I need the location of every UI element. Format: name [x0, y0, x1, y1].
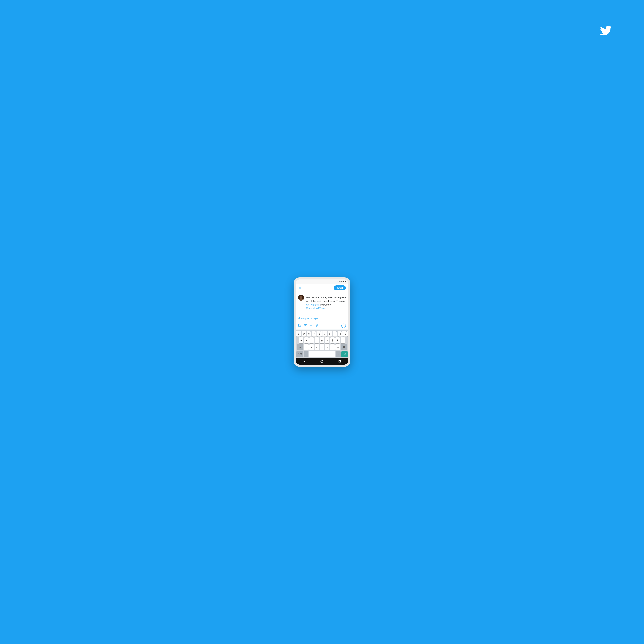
backspace-key[interactable]: [341, 344, 347, 350]
svg-rect-3: [342, 281, 343, 282]
key-h[interactable]: h: [325, 337, 329, 343]
space-key[interactable]: [309, 351, 335, 357]
key-q[interactable]: 1q: [296, 331, 301, 337]
home-button[interactable]: [321, 360, 323, 363]
svg-point-19: [316, 325, 317, 326]
globe-icon: [298, 317, 300, 319]
status-bar: [296, 279, 348, 284]
close-button[interactable]: ✕: [298, 285, 302, 290]
key-f[interactable]: f: [315, 337, 319, 343]
tweet-mention-1: @h_wang84: [306, 303, 319, 306]
period-key[interactable]: .: [336, 351, 341, 357]
status-icons: [338, 281, 346, 282]
key-x[interactable]: x: [309, 344, 314, 350]
tweet-text-middle: and Cheryl: [319, 303, 331, 306]
key-m[interactable]: m: [335, 344, 340, 350]
battery-icon: [343, 281, 346, 282]
svg-text:GIF: GIF: [305, 325, 306, 326]
avatar: [298, 295, 304, 301]
poll-icon[interactable]: [309, 324, 313, 328]
key-t[interactable]: 5t: [317, 331, 322, 337]
twitter-logo-icon: [600, 26, 612, 35]
signal-icon: [340, 281, 343, 282]
image-icon[interactable]: [298, 324, 301, 328]
keyboard-bottom-row: ?123 , .: [296, 351, 348, 357]
svg-point-13: [299, 325, 299, 325]
key-b[interactable]: b: [325, 344, 329, 350]
tweet-mention-2: @cupcakesRDbest: [306, 307, 326, 310]
compose-toolbar: GIF: [296, 322, 348, 330]
recents-button[interactable]: [339, 360, 341, 362]
phone-screen: ✕ Tweet Hello foodies! Today we': [296, 279, 348, 365]
tweet-body: Hello foodies! Today we're talking with …: [296, 292, 348, 322]
key-a[interactable]: a: [299, 337, 303, 343]
key-o[interactable]: 9o: [338, 331, 343, 337]
comma-key[interactable]: ,: [304, 351, 308, 357]
key-p[interactable]: 0p: [343, 331, 348, 337]
everyone-can-reply-label: Everyone can reply: [301, 317, 318, 320]
thread-circle[interactable]: [341, 324, 346, 328]
key-r[interactable]: 4r: [312, 331, 316, 337]
svg-rect-2: [342, 281, 342, 282]
svg-rect-7: [345, 281, 346, 282]
page-background: ✕ Tweet Hello foodies! Today we': [0, 0, 644, 644]
tweet-content-row: Hello foodies! Today we're talking with …: [298, 295, 346, 314]
key-u[interactable]: 7u: [328, 331, 332, 337]
key-g[interactable]: g: [320, 337, 324, 343]
toolbar-icons: GIF: [298, 324, 318, 328]
location-icon[interactable]: [315, 324, 318, 328]
key-z[interactable]: z: [304, 344, 309, 350]
key-e[interactable]: 3e: [307, 331, 311, 337]
key-c[interactable]: c: [315, 344, 319, 350]
tweet-text-plain: Hello foodies! Today we're talking with …: [306, 296, 346, 302]
nav-bar: ◀: [296, 358, 348, 365]
wifi-icon: [338, 281, 340, 282]
keyboard: 1q 2w 3e 4r 5t 6y 7u 8i 9o 0p a s d f: [296, 330, 348, 358]
keyboard-row-1: 1q 2w 3e 4r 5t 6y 7u 8i 9o 0p: [296, 331, 348, 337]
key-v[interactable]: v: [320, 344, 324, 350]
key-j[interactable]: j: [330, 337, 335, 343]
numbers-key[interactable]: ?123: [296, 351, 303, 357]
enter-key[interactable]: [341, 351, 348, 357]
everyone-can-reply[interactable]: Everyone can reply: [298, 316, 346, 320]
key-d[interactable]: d: [309, 337, 314, 343]
back-button[interactable]: ◀: [303, 360, 305, 363]
key-i[interactable]: 8i: [333, 331, 337, 337]
svg-rect-0: [340, 282, 341, 282]
phone-device: ✕ Tweet Hello foodies! Today we': [294, 277, 350, 367]
keyboard-row-3: z x c v b n m: [296, 344, 348, 350]
key-k[interactable]: k: [335, 337, 340, 343]
tweet-text-content: Hello foodies! Today we're talking with …: [306, 295, 346, 314]
svg-rect-6: [343, 281, 344, 282]
svg-point-9: [300, 296, 302, 298]
key-y[interactable]: 6y: [322, 331, 327, 337]
svg-rect-1: [341, 281, 342, 282]
key-l[interactable]: l: [341, 337, 345, 343]
keyboard-row-2: a s d f g h j k l: [296, 337, 348, 343]
key-w[interactable]: 2w: [302, 331, 306, 337]
key-n[interactable]: n: [330, 344, 335, 350]
key-s[interactable]: s: [304, 337, 309, 343]
gif-icon[interactable]: GIF: [304, 324, 307, 328]
tweet-button[interactable]: Tweet: [334, 285, 346, 290]
compose-header: ✕ Tweet: [296, 284, 348, 292]
shift-key[interactable]: [297, 344, 303, 350]
